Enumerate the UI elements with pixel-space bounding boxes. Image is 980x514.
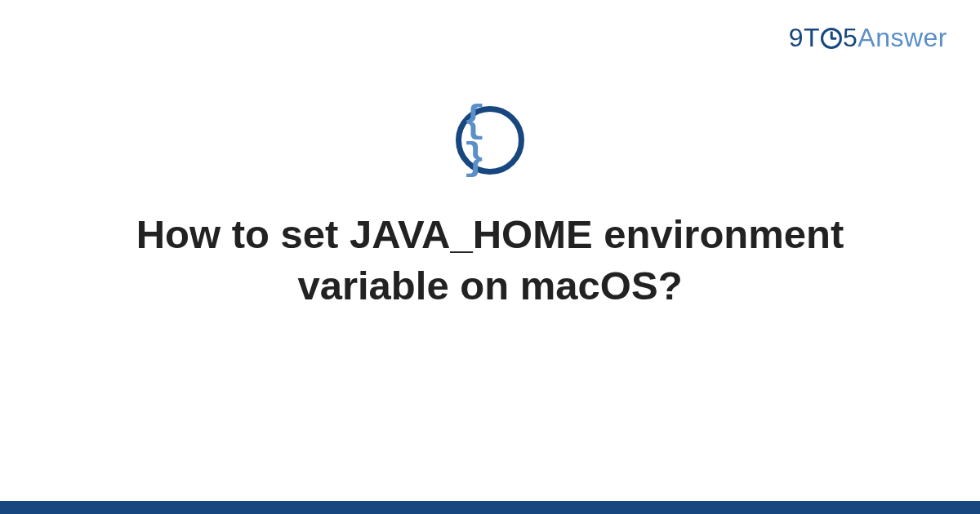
footer-accent-bar bbox=[0, 501, 980, 514]
clock-icon bbox=[821, 28, 842, 49]
logo-text-5: 5 bbox=[843, 23, 858, 52]
logo-text-9t: 9T bbox=[789, 23, 820, 52]
main-content: { } How to set JAVA_HOME environment var… bbox=[0, 106, 980, 311]
question-title: How to set JAVA_HOME environment variabl… bbox=[98, 209, 882, 311]
topic-icon-circle: { } bbox=[456, 106, 524, 175]
code-braces-icon: { } bbox=[463, 103, 520, 178]
logo-text-answer: Answer bbox=[858, 23, 947, 52]
site-logo[interactable]: 9T5Answer bbox=[789, 23, 947, 53]
